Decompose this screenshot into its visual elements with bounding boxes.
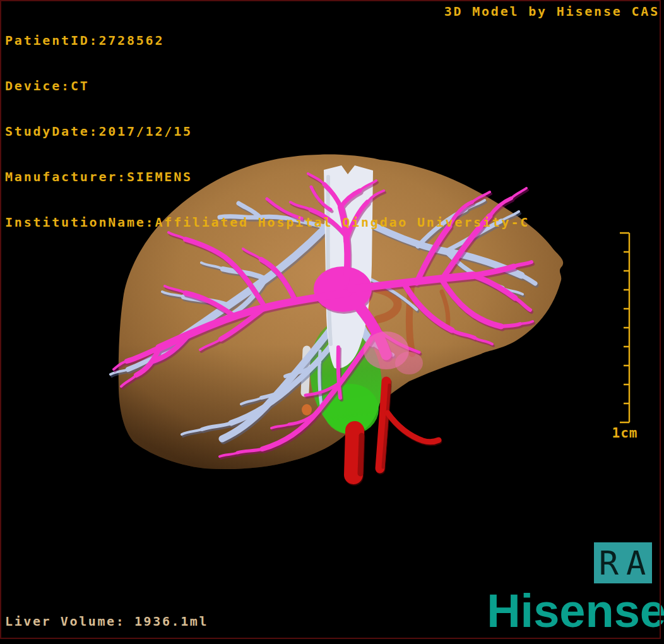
scale-bar-label: 1cm xyxy=(606,426,644,441)
study-date-line: StudyDate:2017/12/15 xyxy=(5,124,530,139)
orientation-marker: RA xyxy=(594,542,652,583)
liver-volume-readout: Liver Volume: 1936.1ml xyxy=(5,614,208,629)
viewer-canvas[interactable]: PatientID:2728562 Device:CT StudyDate:20… xyxy=(0,0,664,644)
dicom-metadata-block: PatientID:2728562 Device:CT StudyDate:20… xyxy=(5,3,530,260)
device-line: Device:CT xyxy=(5,78,530,93)
manufacturer-line: Manufacturer:SIEMENS xyxy=(5,169,530,184)
scale-bar xyxy=(619,232,656,426)
scale-bar-ticks xyxy=(619,232,632,424)
orientation-marker-text: RA xyxy=(599,544,654,582)
model-title: 3D Model by Hisense CAS xyxy=(444,4,660,19)
hisense-logo: Hisense xyxy=(487,588,664,635)
institution-line: InstitutionName:Affiliated Hospital Qing… xyxy=(5,215,530,230)
patient-id-line: PatientID:2728562 xyxy=(5,33,530,48)
